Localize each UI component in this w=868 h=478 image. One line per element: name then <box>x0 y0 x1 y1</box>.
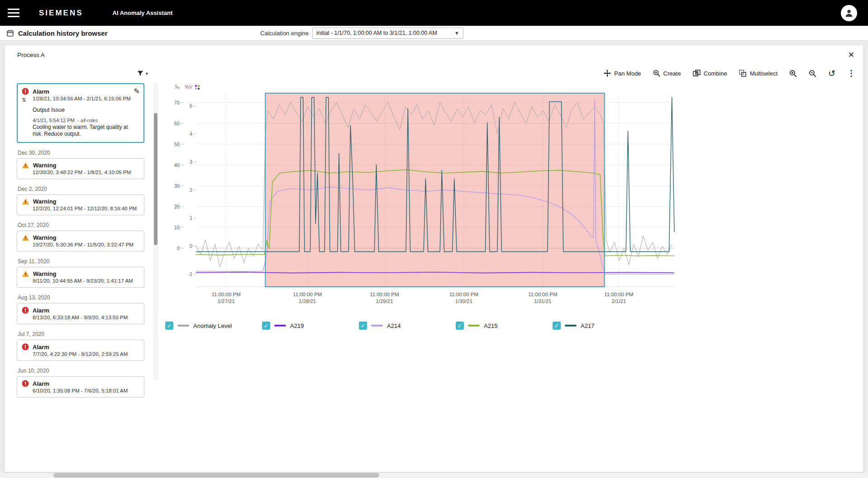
axis-tick-label: 50 <box>174 142 180 147</box>
axis-series-dot <box>198 88 200 90</box>
combine-icon <box>693 70 701 77</box>
event-list: ✎⇅Alarm1/28/21, 10:34:56 AM - 2/1/21, 6:… <box>17 83 144 398</box>
combine-button[interactable]: Combine <box>693 70 727 77</box>
date-header: Dec 2, 2020 <box>18 186 144 192</box>
funnel-icon <box>137 70 144 77</box>
legend-checkbox[interactable]: ✓ <box>262 322 270 330</box>
axis-tick-label: 0 <box>177 246 180 251</box>
legend-label: A217 <box>581 322 594 329</box>
app-bar: SIEMENS AI Anomaly Assistant <box>0 0 868 26</box>
zoom-in-button[interactable] <box>789 70 797 77</box>
event-range: 12/30/20, 3:48:22 PM - 1/8/21, 4:10:05 P… <box>33 170 139 175</box>
screen: SIEMENS AI Anomaly Assistant Calculation… <box>0 0 868 478</box>
axis-unit-permille: ‰ <box>175 84 180 90</box>
menu-icon[interactable] <box>0 0 27 26</box>
axis-tick-label: 11:00:00 PM <box>211 292 240 297</box>
filter-button[interactable]: ▾ <box>137 70 148 77</box>
legend-swatch <box>468 325 480 327</box>
multiselect-icon <box>739 70 747 77</box>
zoom-in-icon <box>789 70 797 77</box>
legend-swatch <box>274 325 286 327</box>
axis-tick-label: 70 <box>174 100 180 105</box>
legend-label: A215 <box>484 322 497 329</box>
axis-tick-label: 11:00:00 PM <box>528 292 557 297</box>
event-range: 9/11/20, 10:44:55 AM - 9/23/20, 1:41:17 … <box>33 278 139 284</box>
zoom-out-button[interactable] <box>809 70 816 77</box>
legend-checkbox[interactable]: ✓ <box>165 322 173 330</box>
event-card-selected[interactable]: ✎⇅Alarm1/28/21, 10:34:56 AM - 2/1/21, 6:… <box>17 83 144 143</box>
multiselect-button[interactable]: Multiselect <box>739 70 777 77</box>
event-card[interactable]: Warning12/30/20, 3:48:22 PM - 1/8/21, 4:… <box>17 158 144 179</box>
axis-tick-label: 0 <box>190 243 192 249</box>
event-title: Output Issue <box>33 107 139 113</box>
date-header: Dec 30, 2020 <box>18 150 144 156</box>
legend-checkbox[interactable]: ✓ <box>553 322 561 330</box>
calendar-icon <box>6 29 14 37</box>
event-range: 12/2/20, 12:24:01 PM - 12/12/20, 8:16:40… <box>33 206 139 211</box>
app-title: AI Anomaly Assistant <box>113 9 173 16</box>
combine-label: Combine <box>704 70 727 77</box>
event-card[interactable]: Warning9/11/20, 10:44:55 AM - 9/23/20, 1… <box>17 267 144 288</box>
close-icon[interactable]: ✕ <box>848 51 854 59</box>
pan-mode-label: Pan Mode <box>614 70 641 77</box>
axis-tick-label: 2/1/21 <box>611 298 626 304</box>
event-card[interactable]: Warning10/27/20, 5:30:36 PM - 11/5/20, 3… <box>17 231 144 251</box>
axis-tick-label: 10 <box>174 225 180 230</box>
event-severity: Alarm <box>33 307 49 314</box>
axis-tick-label: 40 <box>174 162 180 168</box>
anomaly-chart[interactable]: 706050403020100543210-1‰%V11:00:00 PM1/2… <box>164 83 680 312</box>
date-header: Oct 27, 2020 <box>18 222 144 228</box>
axis-tick-label: 11:00:00 PM <box>604 292 633 297</box>
reset-icon: ↺ <box>828 69 835 78</box>
horizontal-scrollbar[interactable] <box>0 473 868 478</box>
event-severity: Warning <box>33 198 57 205</box>
event-range: 8/13/20, 6:33:18 AM - 9/9/20, 4:13:50 PM <box>33 315 139 320</box>
legend-checkbox[interactable]: ✓ <box>359 322 367 330</box>
axis-tick-label: 1/30/21 <box>455 298 472 304</box>
event-card[interactable]: Warning12/2/20, 12:24:01 PM - 12/12/20, … <box>17 194 144 215</box>
event-card[interactable]: Alarm7/7/20, 4:22:30 PM - 8/12/20, 2:59:… <box>17 340 144 361</box>
event-card[interactable]: Alarm6/10/20, 1:35:08 PM - 7/6/20, 5:18:… <box>17 376 144 398</box>
event-range: 7/7/20, 4:22:30 PM - 8/12/20, 2:59:25 AM <box>33 351 139 357</box>
axis-tick-label: 1 <box>190 215 192 221</box>
event-range: 1/28/21, 10:34:56 AM - 2/1/21, 6:15:06 P… <box>33 96 139 101</box>
legend-label: A214 <box>387 322 401 329</box>
create-button[interactable]: Create <box>653 70 681 77</box>
warning-icon <box>22 162 29 169</box>
date-header: Jul 7, 2020 <box>18 331 144 337</box>
event-description: Cooling water to warm. Target quality at… <box>33 124 134 137</box>
event-severity: Alarm <box>33 344 49 350</box>
reset-view-button[interactable]: ↺ <box>828 69 835 78</box>
axis-tick-label: 11:00:00 PM <box>370 292 399 297</box>
event-list-scrollbar[interactable] <box>153 83 158 380</box>
axis-series-dot <box>198 85 200 87</box>
axis-tick-label: 1/31/21 <box>534 298 551 304</box>
event-card[interactable]: Alarm8/13/20, 6:33:18 AM - 9/9/20, 4:13:… <box>17 303 144 324</box>
scrollbar-thumb[interactable] <box>53 473 379 478</box>
date-header: Jun 10, 2020 <box>18 368 144 374</box>
axis-tick-label: 11:00:00 PM <box>293 292 322 297</box>
event-range: 10/27/20, 5:30:36 PM - 11/5/20, 3:22:47 … <box>33 242 139 247</box>
scrollbar-thumb[interactable] <box>154 113 157 245</box>
legend-item: ✓A217 <box>553 322 649 330</box>
event-range: 6/10/20, 1:35:08 PM - 7/6/20, 5:18:01 AM <box>33 388 139 393</box>
panel-title: Process A <box>17 52 45 58</box>
user-avatar[interactable] <box>841 5 857 21</box>
legend-label: A219 <box>290 322 304 329</box>
more-options-button[interactable]: ⋮ <box>847 68 855 78</box>
pan-mode-button[interactable]: Pan Mode <box>604 70 641 77</box>
alarm-icon <box>22 380 29 387</box>
event-severity: Alarm <box>33 380 49 387</box>
edit-icon[interactable]: ✎ <box>134 87 140 95</box>
axis-tick-label: 1/28/21 <box>299 298 316 304</box>
legend-item: ✓Anomaly Level <box>165 322 262 330</box>
pan-icon <box>604 70 611 77</box>
axis-tick-label: 30 <box>174 183 180 189</box>
chart-toolbar: Pan Mode Create <box>164 63 863 83</box>
legend-swatch <box>177 325 189 327</box>
event-severity: Alarm <box>33 88 49 95</box>
legend-checkbox[interactable]: ✓ <box>456 322 464 330</box>
engine-select[interactable]: initial - 1/1/70, 1:00:00 AM to 3/1/21, … <box>312 28 463 39</box>
transfer-icon: ⇅ <box>22 97 26 103</box>
legend-swatch <box>565 325 577 327</box>
